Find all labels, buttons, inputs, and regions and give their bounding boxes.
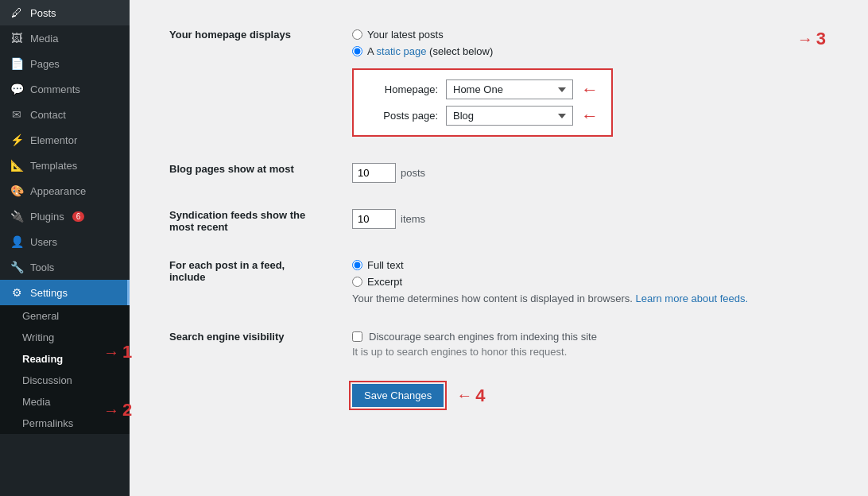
- templates-icon: 📐: [10, 159, 24, 172]
- annotation-1-arrow: → 1: [130, 342, 132, 362]
- submenu-writing[interactable]: Writing: [0, 327, 130, 348]
- sidebar-item-pages[interactable]: 📄 Pages: [0, 51, 130, 76]
- save-td: Save Changes ← 4: [336, 371, 781, 420]
- reading-settings-table: Your homepage displays Your latest posts…: [153, 16, 844, 420]
- annotation-3-cell: → 3: [781, 16, 844, 150]
- blog-pages-td: posts: [336, 150, 781, 196]
- syndication-label: Syndication feeds show the most recent: [153, 196, 336, 246]
- blog-pages-input[interactable]: [352, 163, 396, 183]
- blog-pages-row: Blog pages show at most posts: [153, 150, 844, 196]
- save-row: Save Changes ← 4: [153, 371, 844, 420]
- search-checkbox-group: Discourage search engines from indexing …: [352, 331, 765, 343]
- sidebar-label-contact: Contact: [30, 109, 66, 121]
- latest-posts-radio[interactable]: [352, 29, 362, 40]
- search-visibility-label: Search engine visibility: [153, 318, 336, 371]
- sidebar-item-contact[interactable]: ✉ Contact: [0, 102, 130, 127]
- syndication-td: items: [336, 196, 781, 246]
- search-checkbox-label: Discourage search engines from indexing …: [369, 331, 597, 343]
- static-page-option[interactable]: A static page (select below): [352, 45, 765, 57]
- sidebar-item-media[interactable]: 🖼 Media: [0, 25, 130, 51]
- sidebar-label-users: Users: [30, 236, 57, 248]
- annotation-4: 4: [475, 386, 485, 406]
- posts-page-row: Posts page: Blog News ←: [366, 106, 599, 126]
- syndication-suffix: items: [401, 213, 425, 225]
- comments-icon: 💬: [10, 83, 24, 95]
- plugins-badge: 6: [72, 211, 85, 222]
- sidebar-item-appearance[interactable]: 🎨 Appearance: [0, 178, 130, 203]
- sidebar-item-elementor[interactable]: ⚡ Elementor: [0, 127, 130, 153]
- homepage-select[interactable]: Home One Sample Page About: [446, 79, 573, 99]
- sidebar-label-templates: Templates: [30, 160, 77, 172]
- excerpt-label: Excerpt: [367, 276, 402, 288]
- full-text-label: Full text: [367, 259, 404, 271]
- posts-page-select[interactable]: Blog News: [446, 106, 573, 126]
- sidebar-label-pages: Pages: [30, 58, 60, 70]
- sidebar-label-media: Media: [30, 33, 58, 45]
- search-visibility-row: Search engine visibility Discourage sear…: [153, 318, 844, 371]
- sidebar-item-settings[interactable]: ⚙ Settings: [0, 280, 130, 305]
- arrow-save: ←: [456, 386, 472, 405]
- sidebar: 🖊 Posts 🖼 Media 📄 Pages 💬 Comments ✉ Con…: [0, 0, 130, 496]
- appearance-icon: 🎨: [10, 184, 24, 197]
- homepage-displays-td: Your latest posts A static page (select …: [336, 16, 781, 150]
- excerpt-option[interactable]: Excerpt: [352, 276, 765, 288]
- submenu-reading[interactable]: Reading: [0, 348, 130, 370]
- sidebar-item-plugins[interactable]: 🔌 Plugins 6: [0, 203, 130, 229]
- annotation-3: 3: [816, 29, 826, 49]
- elementor-icon: ⚡: [10, 134, 24, 146]
- users-icon: 👤: [10, 235, 24, 248]
- sidebar-item-templates[interactable]: 📐 Templates: [0, 153, 130, 178]
- search-description: It is up to search engines to honor this…: [352, 346, 765, 358]
- excerpt-radio[interactable]: [352, 277, 362, 287]
- save-th: [153, 371, 336, 420]
- search-visibility-checkbox[interactable]: [352, 331, 362, 342]
- homepage-row: Homepage: Home One Sample Page About ←: [366, 79, 599, 99]
- submenu-discussion[interactable]: Discussion: [0, 370, 130, 391]
- pages-icon: 📄: [10, 57, 24, 70]
- feed-include-row: For each post in a feed, include Full te…: [153, 246, 844, 318]
- homepage-displays-label: Your homepage displays: [153, 16, 336, 150]
- learn-more-link[interactable]: Learn more about feeds.: [636, 293, 749, 304]
- homepage-select-label: Homepage:: [366, 83, 438, 95]
- blog-pages-suffix: posts: [401, 167, 425, 179]
- tools-icon: 🔧: [10, 261, 24, 273]
- contact-icon: ✉: [10, 108, 24, 121]
- sidebar-item-tools[interactable]: 🔧 Tools: [0, 254, 130, 280]
- submenu-permalinks[interactable]: Permalinks: [0, 413, 130, 434]
- search-visibility-td: Discourage search engines from indexing …: [336, 318, 781, 371]
- static-page-radio[interactable]: [352, 46, 362, 56]
- save-changes-button[interactable]: Save Changes: [352, 384, 444, 407]
- sidebar-item-posts[interactable]: 🖊 Posts: [0, 0, 130, 25]
- full-text-radio[interactable]: [352, 260, 362, 270]
- latest-posts-label: Your latest posts: [367, 29, 444, 41]
- static-page-box: Homepage: Home One Sample Page About ← P…: [352, 68, 613, 137]
- sidebar-label-appearance: Appearance: [30, 185, 86, 197]
- static-page-link[interactable]: static page: [377, 45, 427, 57]
- sidebar-item-comments[interactable]: 💬 Comments: [0, 76, 130, 102]
- feed-include-td: Full text Excerpt Your theme determines …: [336, 246, 781, 318]
- blog-pages-input-group: posts: [352, 163, 765, 183]
- syndication-input[interactable]: [352, 209, 396, 229]
- posts-icon: 🖊: [10, 6, 24, 19]
- sidebar-label-tools: Tools: [30, 262, 54, 273]
- static-page-label: A static page (select below): [367, 45, 493, 57]
- main-content: Your homepage displays Your latest posts…: [130, 0, 868, 496]
- submenu-general[interactable]: General: [0, 305, 130, 327]
- settings-submenu: General Writing Reading Discussion Media…: [0, 305, 130, 434]
- latest-posts-option[interactable]: Your latest posts: [352, 29, 765, 41]
- blog-pages-label: Blog pages show at most: [153, 150, 336, 196]
- posts-page-select-label: Posts page:: [366, 110, 438, 122]
- feed-description: Your theme determines how content is dis…: [352, 293, 765, 304]
- sidebar-label-settings: Settings: [30, 287, 68, 299]
- full-text-option[interactable]: Full text: [352, 259, 765, 271]
- plugins-icon: 🔌: [10, 210, 24, 223]
- settings-icon: ⚙: [10, 286, 24, 299]
- media-icon: 🖼: [10, 32, 24, 45]
- sidebar-label-comments: Comments: [30, 83, 80, 95]
- homepage-displays-row: Your homepage displays Your latest posts…: [153, 16, 844, 150]
- sidebar-label-posts: Posts: [30, 7, 56, 19]
- submenu-media[interactable]: Media: [0, 391, 130, 413]
- syndication-input-group: items: [352, 209, 765, 229]
- sidebar-item-users[interactable]: 👤 Users: [0, 229, 130, 254]
- sidebar-label-elementor: Elementor: [30, 134, 77, 146]
